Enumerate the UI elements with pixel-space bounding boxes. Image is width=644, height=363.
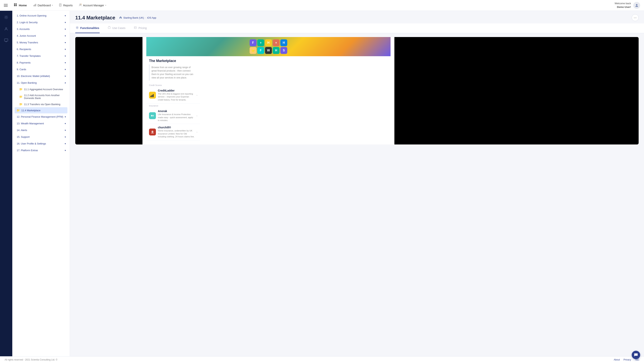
phone-left-area — [75, 37, 142, 144]
svg-point-11 — [80, 4, 81, 5]
hero-icon-10: S — [280, 47, 287, 54]
sidebar-subitem-11-1[interactable]: 📁 11.1 Aggregated Account Overview — [12, 86, 70, 92]
home-nav-item[interactable]: Home — [14, 3, 27, 7]
svg-point-29 — [152, 131, 154, 133]
icon-bar-user[interactable] — [3, 25, 10, 32]
sidebar-item-7[interactable]: 7. Transfer Templates ▾ — [12, 52, 70, 59]
sidebar-chevron-4: ▾ — [65, 34, 66, 37]
page-title: 11.4 Marketplace — [75, 15, 115, 21]
churchill-chevron-icon: › — [196, 130, 198, 134]
svg-point-27 — [151, 115, 152, 116]
card-content: F + H + H ⭐ F W H S The Ma — [70, 33, 644, 148]
sidebar-item-11[interactable]: 11. Open Banking ▾ — [12, 79, 70, 86]
creditladder-chevron-icon: › — [196, 94, 198, 97]
sidebar-item-17[interactable]: 17. Platform Extras ▾ — [12, 147, 70, 154]
reports-icon — [59, 3, 62, 7]
icon-bar — [0, 11, 12, 356]
sidebar-chevron-3: ▾ — [65, 28, 66, 30]
anorak-logo — [149, 112, 156, 119]
tab-functionalities-label: Functionalities — [80, 26, 99, 29]
sidebar-item-10[interactable]: 10. Electronic Wallet (eWallet) ▾ — [12, 73, 70, 79]
sidebar-chevron-15: ▾ — [65, 136, 66, 138]
account-manager-chevron-icon: ▾ — [105, 4, 106, 6]
footer-privacy-link[interactable]: Privacy — [624, 359, 631, 361]
more-icon: ··· — [634, 16, 636, 20]
sidebar-item-15[interactable]: 15. Support ▾ — [12, 134, 70, 140]
sidebar-item-2[interactable]: 2. Login & Security ▾ — [12, 19, 70, 26]
app-list-item-anorak[interactable]: Anorak Life Insurance & Income Protectio… — [146, 108, 200, 124]
hero-icon-8: W — [265, 47, 272, 54]
tab-use-cases[interactable]: Use Cases — [107, 23, 126, 33]
anorak-chevron-icon: › — [196, 114, 198, 117]
sidebar-item-14[interactable]: 14. Alerts ▾ — [12, 127, 70, 134]
sidebar-subitem-11-3[interactable]: 📁 11.3 Transfers via Open Banking — [12, 101, 70, 107]
folder-icon-11-4: 📁 — [16, 109, 20, 112]
svg-rect-20 — [108, 27, 110, 28]
insurance-section-label: Insurance — [146, 103, 200, 108]
functionalities-icon — [76, 26, 79, 30]
sidebar-item-16[interactable]: 16. User Profile & Settings ▾ — [12, 140, 70, 147]
creditladder-info: CreditLadder The UK's first & biggest re… — [158, 89, 194, 101]
hero-icon-5: H — [280, 39, 287, 46]
anorak-info: Anorak Life Insurance & Income Protectio… — [158, 110, 194, 122]
sidebar-subitem-11-2[interactable]: 📁 11.2 Add Accounts from Another Domesti… — [12, 92, 70, 101]
sidebar-chevron-11: ▾ — [65, 81, 66, 84]
account-manager-nav-item[interactable]: ☕ Account Manager ▾ — [78, 3, 106, 8]
content-area: 11.4 Marketplace Starling Bank (UK) - iO… — [70, 11, 644, 356]
hero-icon-6: ⭐ — [250, 47, 256, 54]
chat-bubble-button[interactable] — [632, 351, 640, 359]
dashboard-nav-item[interactable]: Dashboard ▾ — [33, 3, 54, 8]
churchill-logo — [149, 129, 156, 135]
svg-rect-1 — [16, 3, 17, 4]
svg-text:☕: ☕ — [81, 4, 82, 5]
svg-rect-26 — [153, 94, 154, 97]
reports-nav-item[interactable]: Reports — [58, 3, 73, 8]
churchill-desc: Home insurance, underwritten by UK Insur… — [158, 129, 194, 138]
sidebar-subitem-11-4[interactable]: 📁 11.4 Marketplace — [14, 107, 68, 113]
sidebar-item-3[interactable]: 3. Accounts ▾ — [12, 26, 70, 32]
sidebar-item-5[interactable]: 5. Money Transfers ▾ — [12, 39, 70, 46]
svg-rect-3 — [16, 5, 17, 6]
tabs-bar: Functionalities Use Cases — [70, 23, 644, 33]
sidebar-chevron-2: ▾ — [65, 21, 66, 24]
svg-point-14 — [636, 4, 638, 5]
svg-rect-21 — [134, 27, 136, 28]
user-avatar[interactable] — [633, 2, 640, 9]
svg-rect-16 — [4, 39, 8, 41]
tab-functionalities[interactable]: Functionalities — [75, 23, 100, 33]
tab-pricing[interactable]: Pricing — [134, 23, 147, 33]
sidebar-item-6[interactable]: 6. Recipients ▾ — [12, 46, 70, 52]
chart-icon — [34, 3, 36, 7]
sidebar-item-13[interactable]: 13. Wealth Management ▾ — [12, 120, 70, 127]
sidebar-item-9[interactable]: 9. Cards ▾ — [12, 66, 70, 73]
sidebar-item-4[interactable]: 4. Junior Account ▾ — [12, 32, 70, 39]
churchill-name: churchill® — [158, 126, 194, 129]
sidebar-item-12[interactable]: 12. Personal Finance Management (PFM) ▾ — [12, 113, 70, 120]
app-list-item-churchill[interactable]: churchill® Home insurance, underwritten … — [146, 124, 200, 140]
icon-bar-monitor[interactable] — [3, 37, 10, 44]
sidebar-item-1[interactable]: 1. Online Account Opening ▾ — [12, 12, 70, 19]
hero-icon-3: H — [265, 39, 272, 46]
hero-icon-9: H — [273, 47, 280, 54]
footer-about-link[interactable]: About — [614, 359, 620, 361]
grid-icon — [14, 3, 17, 7]
more-options-button[interactable]: ··· — [632, 14, 638, 21]
hamburger-menu[interactable] — [4, 4, 8, 7]
app-list-item-creditladder[interactable]: CreditLadder The UK's first & biggest re… — [146, 87, 200, 103]
anorak-desc: Life Insurance & Income Protection made … — [158, 113, 194, 122]
home-label: Home — [19, 4, 27, 7]
creditladder-name: CreditLadder — [158, 89, 194, 92]
pricing-icon — [134, 26, 137, 30]
svg-point-28 — [152, 115, 154, 116]
breadcrumb-platform[interactable]: iOS App — [147, 16, 156, 19]
dashboard-chevron-icon: ▾ — [52, 4, 53, 6]
sidebar-chevron-1: ▾ — [65, 14, 66, 17]
sidebar-item-8[interactable]: 8. Payments ▾ — [12, 59, 70, 66]
hero-icon-4: + — [273, 39, 280, 46]
breadcrumb-bank[interactable]: Starling Bank (UK) — [123, 16, 144, 19]
home-icon[interactable] — [119, 16, 122, 19]
tab-pricing-label: Pricing — [138, 26, 147, 29]
svg-rect-6 — [36, 4, 36, 6]
sidebar-chevron-10: ▾ — [65, 75, 66, 77]
icon-bar-settings[interactable] — [3, 14, 10, 21]
